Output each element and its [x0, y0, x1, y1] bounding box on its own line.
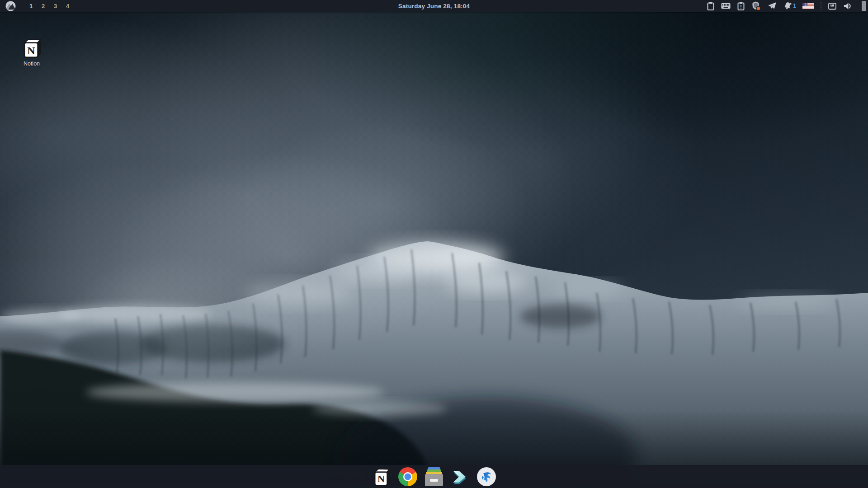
dock-item-notion[interactable]: N	[372, 467, 392, 487]
panel-separator	[21, 2, 21, 10]
keyboard-icon[interactable]	[721, 0, 731, 12]
notion-cube-icon: N	[372, 466, 392, 487]
dock-item-file-manager[interactable]	[424, 467, 444, 487]
applications-menu-button[interactable]	[0, 0, 21, 12]
workspace-button-1[interactable]: 1	[25, 0, 37, 12]
workspace-switcher: 1 2 3 4	[25, 0, 74, 12]
dock-item-terminal-arrow[interactable]	[450, 467, 470, 487]
dock-item-chrome[interactable]	[398, 467, 418, 487]
svg-text:!: !	[741, 5, 742, 9]
notifications-bell-icon[interactable]: 1	[783, 0, 796, 12]
top-panel: 1 2 3 4 Saturday June 28, 18:04	[0, 0, 868, 12]
shield-icon[interactable]	[751, 0, 761, 12]
notification-count-badge: 1	[793, 3, 796, 9]
panel-left-group: 1 2 3 4	[0, 0, 74, 12]
clipboard-icon[interactable]	[707, 0, 715, 12]
dock-item-firedragon[interactable]	[476, 467, 496, 487]
desktop-icon-notion[interactable]: N Notion	[13, 37, 51, 67]
svg-text:N: N	[27, 45, 35, 56]
keyboard-layout-flag	[802, 3, 814, 9]
file-cabinet-icon	[425, 467, 443, 486]
telegram-icon[interactable]	[768, 0, 777, 12]
ethernet-icon[interactable]	[828, 0, 837, 12]
system-tray: ! 1	[707, 0, 868, 12]
volume-icon[interactable]	[843, 0, 853, 12]
chrome-icon	[398, 467, 417, 486]
dock: N	[0, 465, 868, 488]
panel-clock[interactable]: Saturday June 28, 18:04	[398, 3, 470, 9]
tray-handle-separator	[821, 2, 821, 9]
clipboard-alert-icon[interactable]: !	[737, 0, 745, 12]
firedragon-icon	[477, 467, 496, 486]
workspace-button-3[interactable]: 3	[49, 0, 61, 12]
mountain-artwork	[0, 0, 868, 488]
distro-logo-icon	[5, 0, 16, 12]
notion-cube-icon: N	[21, 37, 42, 59]
workspace-button-2[interactable]: 2	[37, 0, 49, 12]
show-desktop-bar[interactable]	[862, 1, 866, 11]
svg-text:N: N	[377, 473, 385, 484]
teal-chevron-icon	[450, 467, 470, 487]
desktop-icon-label: Notion	[24, 61, 40, 67]
workspace-button-4[interactable]: 4	[61, 0, 74, 12]
us-flag-icon[interactable]	[802, 0, 814, 12]
